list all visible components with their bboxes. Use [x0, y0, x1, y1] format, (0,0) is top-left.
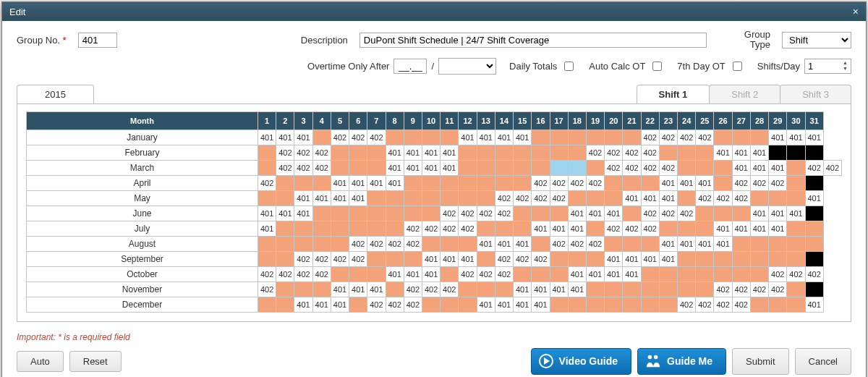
- schedule-cell[interactable]: [422, 206, 440, 221]
- schedule-cell[interactable]: [514, 175, 532, 190]
- schedule-cell[interactable]: [787, 190, 805, 206]
- schedule-cell[interactable]: [477, 145, 495, 160]
- schedule-cell[interactable]: 401: [422, 160, 440, 175]
- schedule-cell[interactable]: 401: [714, 221, 732, 236]
- schedule-cell[interactable]: [787, 251, 805, 266]
- schedule-cell[interactable]: 402: [294, 266, 312, 281]
- schedule-cell[interactable]: [459, 190, 477, 206]
- schedule-cell[interactable]: 401: [787, 206, 805, 221]
- schedule-cell[interactable]: [441, 236, 459, 251]
- schedule-cell[interactable]: 401: [386, 145, 404, 160]
- schedule-cell[interactable]: 402: [605, 221, 623, 236]
- guide-me-button[interactable]: Guide Me: [637, 348, 726, 375]
- schedule-cell[interactable]: [696, 221, 714, 236]
- schedule-cell[interactable]: 402: [623, 221, 641, 236]
- schedule-cell[interactable]: [732, 251, 750, 266]
- schedule-cell[interactable]: 402: [696, 297, 714, 312]
- schedule-cell[interactable]: 402: [787, 266, 805, 281]
- schedule-cell[interactable]: [294, 221, 312, 236]
- schedule-cell[interactable]: 401: [659, 251, 677, 266]
- video-guide-button[interactable]: Video Guide: [531, 348, 631, 375]
- schedule-cell[interactable]: 401: [349, 281, 367, 297]
- schedule-cell[interactable]: [696, 160, 714, 175]
- schedule-cell[interactable]: 402: [404, 297, 422, 312]
- schedule-cell[interactable]: [514, 160, 532, 175]
- schedule-cell[interactable]: [495, 221, 513, 236]
- schedule-cell[interactable]: 401: [550, 221, 568, 236]
- schedule-cell[interactable]: 401: [623, 251, 641, 266]
- schedule-cell[interactable]: [605, 190, 623, 206]
- schedule-cell[interactable]: 401: [805, 297, 823, 312]
- schedule-cell[interactable]: 401: [514, 236, 532, 251]
- schedule-cell[interactable]: [276, 236, 294, 251]
- schedule-cell[interactable]: 401: [312, 297, 331, 312]
- schedule-cell[interactable]: [805, 281, 823, 297]
- schedule-cell[interactable]: [586, 190, 604, 206]
- schedule-cell[interactable]: 401: [714, 145, 732, 160]
- schedule-cell[interactable]: 401: [732, 145, 750, 160]
- schedule-cell[interactable]: [678, 160, 696, 175]
- schedule-cell[interactable]: [623, 236, 641, 251]
- schedule-cell[interactable]: [787, 160, 805, 175]
- schedule-cell[interactable]: 402: [769, 175, 787, 190]
- schedule-cell[interactable]: [750, 130, 768, 145]
- schedule-cell[interactable]: 401: [769, 206, 787, 221]
- schedule-cell[interactable]: 401: [367, 281, 386, 297]
- schedule-cell[interactable]: [641, 175, 659, 190]
- schedule-cell[interactable]: [750, 236, 768, 251]
- schedule-cell[interactable]: 402: [659, 130, 677, 145]
- schedule-cell[interactable]: 402: [441, 221, 459, 236]
- schedule-cell[interactable]: 402: [623, 145, 641, 160]
- daily-totals-checkbox[interactable]: [564, 62, 574, 71]
- schedule-cell[interactable]: 402: [714, 297, 732, 312]
- schedule-cell[interactable]: [386, 251, 404, 266]
- schedule-cell[interactable]: [532, 266, 550, 281]
- schedule-cell[interactable]: 401: [568, 221, 586, 236]
- schedule-cell[interactable]: 401: [404, 145, 422, 160]
- schedule-cell[interactable]: 402: [477, 206, 495, 221]
- schedule-cell[interactable]: [367, 160, 386, 175]
- schedule-cell[interactable]: [276, 190, 294, 206]
- schedule-cell[interactable]: 402: [514, 251, 532, 266]
- schedule-cell[interactable]: [294, 236, 312, 251]
- schedule-cell[interactable]: 401: [696, 236, 714, 251]
- schedule-cell[interactable]: [422, 190, 440, 206]
- schedule-cell[interactable]: [550, 297, 568, 312]
- schedule-cell[interactable]: [441, 297, 459, 312]
- schedule-cell[interactable]: [586, 130, 604, 145]
- schedule-cell[interactable]: 401: [386, 266, 404, 281]
- schedule-cell[interactable]: 402: [696, 190, 714, 206]
- schedule-cell[interactable]: 401: [404, 266, 422, 281]
- schedule-cell[interactable]: [349, 160, 367, 175]
- schedule-cell[interactable]: 402: [294, 145, 312, 160]
- schedule-cell[interactable]: 401: [714, 236, 732, 251]
- schedule-cell[interactable]: [568, 251, 586, 266]
- schedule-cell[interactable]: 401: [769, 160, 787, 175]
- schedule-cell[interactable]: [568, 160, 586, 175]
- schedule-cell[interactable]: [367, 251, 386, 266]
- schedule-cell[interactable]: [714, 206, 732, 221]
- schedule-cell[interactable]: [495, 145, 513, 160]
- schedule-cell[interactable]: 402: [386, 236, 404, 251]
- schedule-cell[interactable]: 402: [550, 236, 568, 251]
- schedule-cell[interactable]: 401: [422, 145, 440, 160]
- schedule-cell[interactable]: [586, 160, 604, 175]
- close-icon[interactable]: ×: [853, 6, 859, 17]
- schedule-cell[interactable]: 401: [331, 175, 349, 190]
- schedule-cell[interactable]: [477, 160, 495, 175]
- schedule-cell[interactable]: [586, 251, 604, 266]
- schedule-cell[interactable]: [294, 281, 312, 297]
- schedule-cell[interactable]: 402: [823, 160, 841, 175]
- schedule-cell[interactable]: 402: [641, 160, 659, 175]
- schedule-cell[interactable]: 402: [714, 281, 732, 297]
- schedule-cell[interactable]: [312, 130, 331, 145]
- schedule-cell[interactable]: [459, 281, 477, 297]
- schedule-cell[interactable]: [441, 130, 459, 145]
- schedule-cell[interactable]: 402: [404, 281, 422, 297]
- schedule-cell[interactable]: 401: [532, 281, 550, 297]
- schedule-cell[interactable]: [568, 190, 586, 206]
- schedule-cell[interactable]: 402: [714, 190, 732, 206]
- schedule-cell[interactable]: 401: [331, 281, 349, 297]
- schedule-cell[interactable]: [678, 145, 696, 160]
- schedule-cell[interactable]: [459, 160, 477, 175]
